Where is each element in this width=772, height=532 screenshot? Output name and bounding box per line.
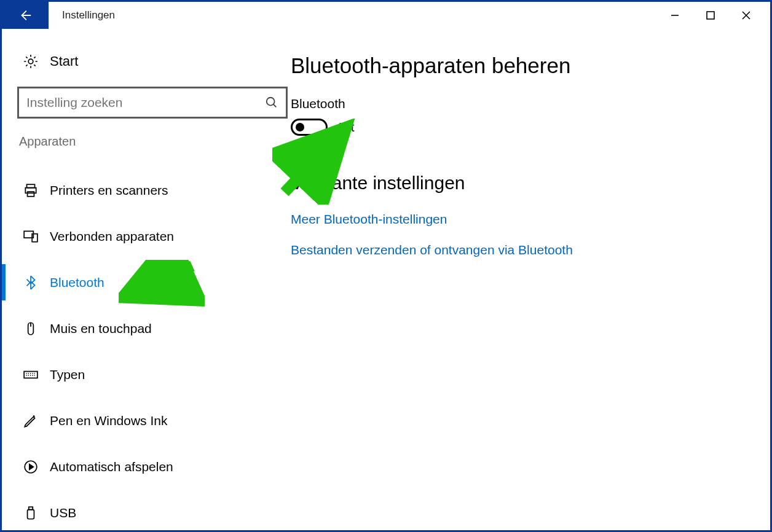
link-more-bluetooth[interactable]: Meer Bluetooth-instellingen xyxy=(291,212,770,227)
devices-icon xyxy=(23,229,39,244)
usb-icon xyxy=(23,505,39,521)
close-icon xyxy=(741,10,751,20)
svg-rect-0 xyxy=(707,12,714,19)
link-send-receive-files[interactable]: Bestanden verzenden of ontvangen via Blu… xyxy=(291,243,770,257)
back-arrow-icon xyxy=(18,9,32,22)
sidebar-item-label: Typen xyxy=(50,367,85,382)
titlebar: Instellingen xyxy=(2,2,770,29)
gear-icon xyxy=(23,53,39,69)
sidebar-item-usb[interactable]: USB xyxy=(2,490,291,532)
maximize-button[interactable] xyxy=(705,10,716,21)
start-button[interactable]: Start xyxy=(2,53,291,69)
page-heading: Bluetooth-apparaten beheren xyxy=(291,53,770,78)
pen-icon xyxy=(23,413,39,429)
window-controls xyxy=(669,10,770,21)
printer-icon xyxy=(23,182,39,198)
start-label: Start xyxy=(50,53,78,69)
main-panel: Bluetooth-apparaten beheren Bluetooth Ui… xyxy=(291,29,770,530)
minimize-button[interactable] xyxy=(669,10,680,21)
search-box[interactable] xyxy=(17,87,288,119)
close-button[interactable] xyxy=(741,10,752,21)
back-button[interactable] xyxy=(2,2,49,29)
svg-rect-9 xyxy=(24,371,37,378)
maximize-icon xyxy=(706,10,715,20)
svg-point-2 xyxy=(267,98,275,106)
bluetooth-label: Bluetooth xyxy=(291,96,770,111)
sidebar-item-label: Muis en touchpad xyxy=(50,321,152,336)
autoplay-icon xyxy=(23,459,39,475)
bluetooth-toggle[interactable] xyxy=(291,119,328,136)
sidebar: Start Apparaten Printers en scanners Ver… xyxy=(2,29,291,530)
related-settings-heading: Verwante instellingen xyxy=(291,173,770,194)
sidebar-item-bluetooth[interactable]: Bluetooth xyxy=(2,259,291,305)
sidebar-item-label: Pen en Windows Ink xyxy=(50,413,167,428)
search-input[interactable] xyxy=(26,95,265,110)
mouse-icon xyxy=(23,321,39,337)
sidebar-item-autoplay[interactable]: Automatisch afspelen xyxy=(2,444,291,490)
sidebar-item-label: Printers en scanners xyxy=(50,183,168,198)
sidebar-group-header: Apparaten xyxy=(2,135,291,149)
svg-point-1 xyxy=(28,59,33,64)
sidebar-item-label: Bluetooth xyxy=(50,275,104,290)
bluetooth-icon xyxy=(23,275,39,291)
sidebar-item-label: Automatisch afspelen xyxy=(50,460,173,474)
sidebar-item-label: Verbonden apparaten xyxy=(50,229,174,244)
keyboard-icon xyxy=(23,367,39,383)
sidebar-item-connected-devices[interactable]: Verbonden apparaten xyxy=(2,213,291,259)
svg-rect-12 xyxy=(28,509,34,518)
toggle-state-label: Uit xyxy=(339,120,355,135)
sidebar-item-typing[interactable]: Typen xyxy=(2,351,291,397)
sidebar-item-printers[interactable]: Printers en scanners xyxy=(2,167,291,213)
svg-rect-5 xyxy=(28,192,34,197)
window-title: Instellingen xyxy=(62,9,669,22)
toggle-knob xyxy=(296,123,304,131)
search-icon xyxy=(265,96,278,109)
minimize-icon xyxy=(670,10,680,20)
sidebar-item-label: USB xyxy=(50,506,76,520)
sidebar-item-pen[interactable]: Pen en Windows Ink xyxy=(2,397,291,444)
sidebar-item-mouse[interactable]: Muis en touchpad xyxy=(2,305,291,351)
